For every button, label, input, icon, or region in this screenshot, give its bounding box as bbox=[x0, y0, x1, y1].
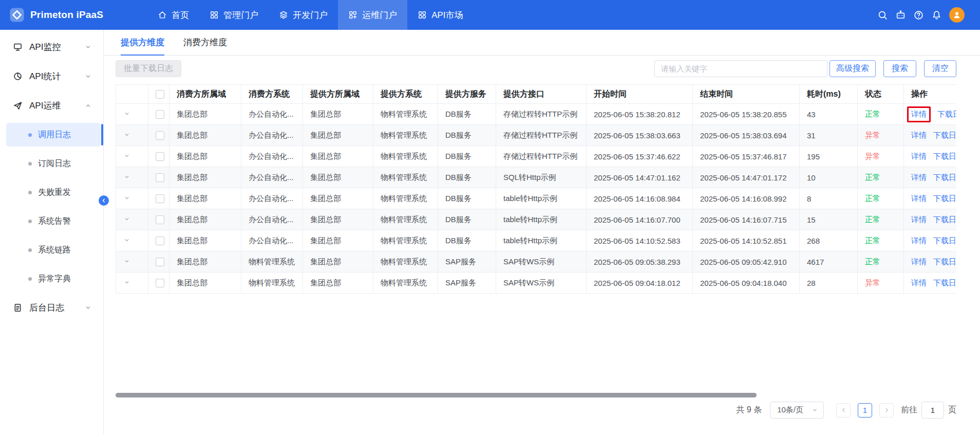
detail-link[interactable]: 详情 bbox=[911, 215, 927, 224]
detail-link[interactable]: 详情 bbox=[911, 173, 927, 182]
sidebar-item-backend-log[interactable]: 后台日志 bbox=[0, 293, 103, 322]
tab-label: 消费方维度 bbox=[183, 37, 227, 48]
end-time-cell: 2025-06-05 15:38:20.855 bbox=[693, 104, 800, 125]
horizontal-scrollbar-thumb[interactable] bbox=[116, 393, 757, 397]
download-log-link[interactable]: 下载日志 bbox=[933, 257, 956, 266]
tab-consumer-dimension[interactable]: 消费方维度 bbox=[183, 30, 227, 55]
topnav-items: 首页管理门户开发门户运维门户API市场 bbox=[147, 0, 473, 30]
download-log-link[interactable]: 下载日志 bbox=[933, 131, 956, 139]
chevron-down-icon[interactable] bbox=[123, 194, 130, 202]
bell-icon[interactable] bbox=[931, 10, 942, 21]
goto-page-input[interactable] bbox=[921, 402, 944, 419]
detail-link[interactable]: 详情 bbox=[911, 131, 927, 139]
status-badge: 异常 bbox=[865, 131, 880, 139]
sidebar-subitem-label: 系统告警 bbox=[38, 216, 71, 227]
detail-link[interactable]: 详情 bbox=[911, 236, 927, 245]
chevron-down-icon[interactable] bbox=[123, 237, 130, 244]
row-checkbox[interactable] bbox=[156, 110, 164, 119]
help-icon[interactable] bbox=[913, 10, 924, 21]
search-icon[interactable] bbox=[877, 10, 888, 21]
select-all-checkbox[interactable] bbox=[156, 90, 164, 99]
detail-link[interactable]: 详情 bbox=[911, 257, 927, 266]
ai-assistant-icon[interactable] bbox=[895, 10, 906, 21]
keyword-search-input[interactable] bbox=[654, 60, 827, 77]
prev-page-button[interactable] bbox=[836, 403, 851, 418]
sidebar-subitem-exception-dict[interactable]: 异常字典 bbox=[0, 264, 103, 293]
chevron-down-icon[interactable] bbox=[123, 173, 130, 180]
monitor-icon bbox=[13, 42, 23, 52]
row-checkbox[interactable] bbox=[156, 237, 164, 245]
sidebar-subitem-system-alert[interactable]: 系统告警 bbox=[0, 207, 103, 235]
advanced-search-button[interactable]: 高级搜索 bbox=[830, 60, 876, 77]
column-header-4: 提供方服务 bbox=[438, 85, 496, 104]
chevron-down-icon[interactable] bbox=[123, 131, 130, 138]
detail-link[interactable]: 详情 bbox=[911, 194, 927, 203]
user-avatar[interactable] bbox=[949, 7, 965, 23]
detail-link[interactable]: 详情 bbox=[911, 278, 927, 287]
topnav-item-dev-portal[interactable]: 开发门户 bbox=[269, 0, 338, 30]
sidebar-item-api-monitor[interactable]: API监控 bbox=[0, 32, 103, 62]
sidebar-subitem-label: 失败重发 bbox=[38, 187, 71, 198]
sidebar-subitem-fail-retry[interactable]: 失败重发 bbox=[0, 178, 103, 207]
chevron-down-icon[interactable] bbox=[123, 110, 130, 117]
provider-api-cell: SAP转WS示例 bbox=[496, 251, 587, 273]
sidebar: API监控API统计API运维调用日志订阅日志失败重发系统告警系统链路异常字典后… bbox=[0, 30, 104, 435]
status-badge: 正常 bbox=[865, 110, 880, 118]
row-checkbox[interactable] bbox=[156, 173, 164, 182]
status-badge: 正常 bbox=[865, 236, 880, 245]
cost-ms-cell: 15 bbox=[800, 209, 858, 230]
status-cell: 正常 bbox=[858, 167, 904, 188]
cost-ms-cell: 268 bbox=[800, 230, 858, 251]
download-log-link[interactable]: 下载日志 bbox=[933, 215, 956, 224]
chevron-down-icon[interactable] bbox=[123, 258, 130, 265]
expand-cell bbox=[116, 188, 148, 209]
provider-service-cell: SAP服务 bbox=[438, 251, 496, 273]
sidebar-subitem-subscribe-log[interactable]: 订阅日志 bbox=[0, 149, 103, 178]
sidebar-item-label: API监控 bbox=[29, 41, 61, 53]
consumer-system-cell: 办公自动化... bbox=[241, 209, 303, 230]
row-checkbox[interactable] bbox=[156, 194, 164, 203]
detail-link[interactable]: 详情 bbox=[911, 152, 927, 160]
row-checkbox[interactable] bbox=[156, 258, 164, 266]
clear-button[interactable]: 清空 bbox=[924, 60, 956, 77]
chevron-down-icon[interactable] bbox=[123, 152, 130, 159]
download-log-link[interactable]: 下载日志 bbox=[933, 173, 956, 182]
topnav-item-home[interactable]: 首页 bbox=[147, 0, 199, 30]
sidebar-collapse-toggle[interactable] bbox=[99, 195, 109, 206]
page-size-select[interactable]: 10条/页 bbox=[770, 402, 824, 419]
download-log-link[interactable]: 下载日志 bbox=[937, 110, 956, 118]
download-log-link[interactable]: 下载日志 bbox=[933, 194, 956, 203]
tab-provider-dimension[interactable]: 提供方维度 bbox=[121, 30, 164, 55]
column-header-9: 状态 bbox=[858, 85, 904, 104]
sidebar-subitem-invoke-log[interactable]: 调用日志 bbox=[0, 120, 103, 149]
sidebar-item-api-ops[interactable]: API运维 bbox=[0, 91, 103, 120]
batch-download-button[interactable]: 批量下载日志 bbox=[116, 60, 181, 77]
chevron-right-icon bbox=[883, 407, 890, 413]
topnav-item-management-portal[interactable]: 管理门户 bbox=[199, 0, 269, 30]
search-button[interactable]: 搜索 bbox=[883, 60, 916, 77]
sidebar-item-api-stats[interactable]: API统计 bbox=[0, 62, 103, 91]
next-page-button[interactable] bbox=[879, 403, 894, 418]
topnav-item-ops-portal[interactable]: 运维门户 bbox=[338, 0, 407, 30]
row-checkbox[interactable] bbox=[156, 215, 164, 224]
sidebar-subitem-label: 系统链路 bbox=[38, 245, 71, 256]
detail-link[interactable]: 详情 bbox=[907, 106, 931, 122]
download-log-link[interactable]: 下载日志 bbox=[933, 236, 956, 245]
download-log-link[interactable]: 下载日志 bbox=[933, 152, 956, 160]
page-number-button[interactable]: 1 bbox=[858, 403, 872, 418]
cost-ms-cell: 195 bbox=[800, 146, 858, 167]
row-checkbox[interactable] bbox=[156, 279, 164, 287]
column-header-2: 提供方所属域 bbox=[303, 85, 373, 104]
log-table-head-row: 消费方所属域消费方系统提供方所属域提供方系统提供方服务提供方接口开始时间结束时间… bbox=[116, 85, 957, 104]
topnav-item-api-market[interactable]: API市场 bbox=[407, 0, 473, 30]
provider-system-cell: 物料管理系统 bbox=[373, 273, 438, 294]
provider-domain-cell: 集团总部 bbox=[303, 146, 373, 167]
download-log-link[interactable]: 下载日志 bbox=[933, 278, 956, 287]
chevron-down-icon[interactable] bbox=[123, 279, 130, 286]
expand-cell bbox=[116, 209, 148, 230]
sidebar-subitem-system-trace[interactable]: 系统链路 bbox=[0, 235, 103, 264]
brand-title: Primeton iPaaS bbox=[30, 9, 103, 21]
chevron-down-icon[interactable] bbox=[123, 215, 130, 223]
row-checkbox[interactable] bbox=[156, 152, 164, 161]
row-checkbox[interactable] bbox=[156, 131, 164, 140]
